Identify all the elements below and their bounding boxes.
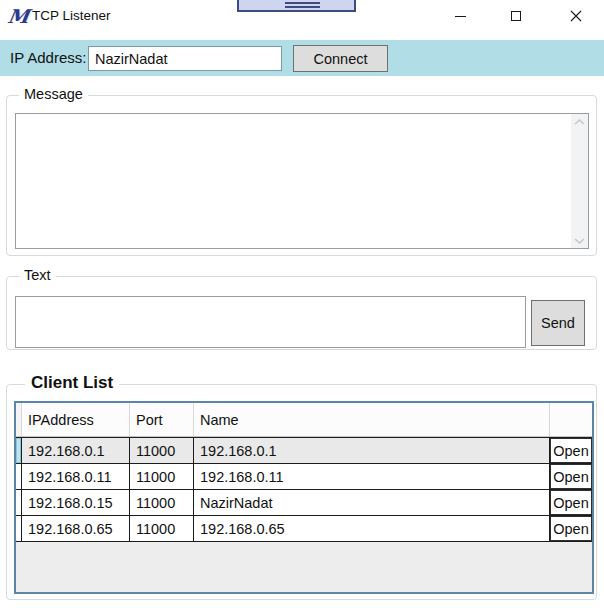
cell-port: 11000: [130, 438, 194, 463]
cell-name: 192.168.0.65: [194, 516, 550, 541]
open-button[interactable]: Open: [550, 490, 592, 515]
titlebar: M TCP Listener: [0, 0, 604, 40]
close-button[interactable]: [554, 0, 598, 32]
close-x-icon: [570, 10, 582, 22]
text-groupbox: Text Send: [6, 276, 597, 350]
cell-name: 192.168.0.1: [194, 438, 550, 463]
cell-action: Open: [550, 464, 592, 489]
chevron-up-icon[interactable]: [571, 114, 588, 129]
grip-lines-icon: [285, 2, 320, 4]
grip-lines-icon: [285, 6, 320, 8]
datagrid-header-row: IPAddress Port Name: [16, 403, 592, 437]
client-datagrid: IPAddress Port Name 192.168.0.1 11000 19…: [14, 401, 594, 594]
client-list-title: Client List: [25, 373, 119, 393]
outgoing-text-input[interactable]: [15, 296, 526, 348]
maximize-button[interactable]: [494, 0, 538, 32]
open-button[interactable]: Open: [550, 464, 592, 489]
column-header-port[interactable]: Port: [130, 403, 194, 436]
cell-port: 11000: [130, 464, 194, 489]
cell-action: Open: [550, 490, 592, 515]
cell-port: 11000: [130, 516, 194, 541]
cell-port: 11000: [130, 490, 194, 515]
app-logo-icon: M: [6, 5, 32, 27]
tcp-listener-window: M TCP Listener IP Address: Connect Messa…: [0, 0, 604, 612]
message-textarea[interactable]: [15, 113, 589, 249]
table-row[interactable]: 192.168.0.11 11000 192.168.0.11 Open: [16, 464, 592, 490]
table-row[interactable]: 192.168.0.1 11000 192.168.0.1 Open: [16, 437, 592, 464]
open-button[interactable]: Open: [550, 438, 592, 463]
cell-ipaddress: 192.168.0.15: [22, 490, 130, 515]
connect-button[interactable]: Connect: [293, 45, 388, 72]
cell-name: NazirNadat: [194, 490, 550, 515]
cell-ipaddress: 192.168.0.65: [22, 516, 130, 541]
cell-action: Open: [550, 516, 592, 541]
connection-toolbar: IP Address: Connect: [0, 40, 604, 76]
message-groupbox: Message: [6, 95, 597, 256]
table-row[interactable]: 192.168.0.15 11000 NazirNadat Open: [16, 490, 592, 516]
open-button[interactable]: Open: [550, 516, 592, 541]
message-group-title: Message: [19, 86, 88, 102]
cell-name: 192.168.0.11: [194, 464, 550, 489]
cell-ipaddress: 192.168.0.11: [22, 464, 130, 489]
maximize-square-icon: [511, 11, 521, 21]
column-header-action[interactable]: [550, 403, 592, 436]
table-row[interactable]: 192.168.0.65 11000 192.168.0.65 Open: [16, 516, 592, 542]
window-title: TCP Listener: [32, 8, 111, 23]
background-window-edge[interactable]: [237, 0, 356, 12]
client-list-groupbox: Client List IPAddress Port Name 192.168.…: [6, 384, 597, 600]
cell-action: Open: [550, 438, 592, 463]
column-header-ipaddress[interactable]: IPAddress: [22, 403, 130, 436]
minimize-button[interactable]: [438, 0, 482, 32]
send-button[interactable]: Send: [531, 300, 585, 346]
column-header-name[interactable]: Name: [194, 403, 550, 436]
ip-address-label: IP Address:: [10, 40, 86, 76]
cell-ipaddress: 192.168.0.1: [22, 438, 130, 463]
message-scrollbar[interactable]: [571, 114, 588, 248]
text-group-title: Text: [19, 267, 56, 283]
chevron-down-icon[interactable]: [571, 233, 588, 248]
minimize-dash-icon: [455, 16, 466, 17]
ip-address-input[interactable]: [88, 46, 282, 71]
